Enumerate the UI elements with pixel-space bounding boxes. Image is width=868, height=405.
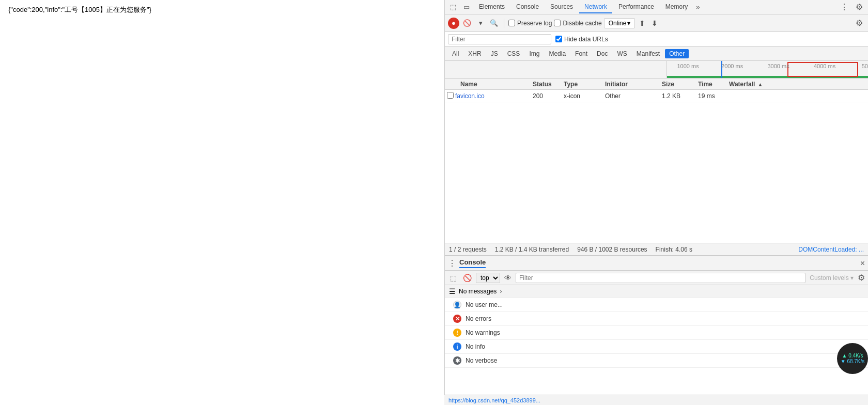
separator-1 bbox=[504, 19, 504, 28]
search-button[interactable]: 🔍 bbox=[488, 18, 500, 29]
timeline-mark-2000: 2000 ms bbox=[721, 63, 743, 69]
col-header-name[interactable]: Name bbox=[445, 81, 533, 88]
hide-data-urls-checkbox[interactable] bbox=[555, 36, 562, 42]
speed-widget: ▲ 0.4K/s ▼ 68.7K/s bbox=[837, 343, 868, 374]
timeline-header: 1000 ms 2000 ms 3000 ms 4000 ms 50 bbox=[445, 61, 868, 79]
export-icon[interactable]: ⬇ bbox=[649, 18, 660, 28]
col-header-initiator[interactable]: Initiator bbox=[605, 81, 662, 88]
console-message-verbose[interactable]: ✱ No verbose bbox=[445, 354, 868, 368]
filter-button[interactable]: ▾ bbox=[475, 18, 486, 29]
group-label: No messages bbox=[459, 288, 497, 295]
msg-text-error: No errors bbox=[466, 315, 491, 322]
console-panel: ⋮ Console × ⬚ 🚫 top 👁 Custom levels ▾ ⚙ bbox=[445, 255, 868, 405]
type-btn-media[interactable]: Media bbox=[545, 49, 570, 58]
row-initiator: Other bbox=[605, 92, 662, 100]
network-settings-icon[interactable]: ⚙ bbox=[854, 17, 865, 29]
tab-console[interactable]: Console bbox=[511, 1, 544, 13]
status-finish: Finish: 4.06 s bbox=[656, 246, 692, 253]
table-header: Name Status Type Initiator Size Time Wat… bbox=[445, 79, 868, 90]
disable-cache-label[interactable]: Disable cache bbox=[554, 20, 601, 27]
more-tabs-icon[interactable]: » bbox=[694, 1, 702, 13]
console-menu-dots[interactable]: ⋮ bbox=[448, 258, 456, 268]
disable-cache-checkbox[interactable] bbox=[554, 20, 561, 26]
console-close-button[interactable]: × bbox=[860, 259, 865, 268]
console-message-info[interactable]: i No info bbox=[445, 340, 868, 354]
user-icon: 👤 bbox=[453, 301, 461, 309]
type-btn-img[interactable]: Img bbox=[525, 49, 544, 58]
row-time: 19 ms bbox=[698, 92, 729, 100]
type-btn-css[interactable]: CSS bbox=[503, 49, 524, 58]
console-clear-icon[interactable]: 🚫 bbox=[461, 273, 474, 283]
col-header-status[interactable]: Status bbox=[533, 81, 564, 88]
type-btn-doc[interactable]: Doc bbox=[593, 49, 612, 58]
table-row[interactable]: favicon.ico 200 x-icon Other 1.2 KB 19 m… bbox=[445, 90, 868, 102]
url-bar: https://blog.csdn.net/qq_452d3899... bbox=[444, 395, 868, 405]
clear-button[interactable]: 🚫 bbox=[461, 18, 473, 29]
device-icon[interactable]: ▭ bbox=[460, 1, 473, 13]
type-btn-all[interactable]: All bbox=[448, 49, 463, 58]
msg-text-verbose: No verbose bbox=[466, 357, 497, 364]
console-group-header[interactable]: ☰ No messages › bbox=[445, 285, 868, 298]
row-checkbox[interactable] bbox=[447, 92, 454, 99]
console-eye-icon[interactable]: 👁 bbox=[502, 273, 514, 283]
warning-icon: ! bbox=[453, 329, 461, 337]
filter-input[interactable] bbox=[448, 34, 551, 44]
type-btn-js[interactable]: JS bbox=[487, 49, 502, 58]
dropdown-arrow-icon: ▾ bbox=[627, 20, 630, 27]
console-custom-levels[interactable]: Custom levels ▾ bbox=[808, 274, 856, 282]
console-title[interactable]: Console bbox=[459, 258, 486, 268]
preserve-log-label[interactable]: Preserve log bbox=[508, 20, 552, 27]
timeline-mark-1000: 1000 ms bbox=[677, 63, 699, 69]
tab-sources[interactable]: Sources bbox=[545, 1, 578, 13]
timeline-mark-4000: 4000 ms bbox=[814, 63, 835, 69]
record-button[interactable]: ● bbox=[448, 18, 459, 29]
type-btn-xhr[interactable]: XHR bbox=[464, 49, 485, 58]
devtools-panel: ⬚ ▭ Elements Console Sources Network Per… bbox=[444, 0, 868, 405]
network-toolbar: ● 🚫 ▾ 🔍 Preserve log Disable cache Onlin… bbox=[445, 14, 868, 32]
devtools-settings-dots[interactable]: ⋮ bbox=[837, 0, 851, 14]
console-context-select[interactable]: top bbox=[476, 273, 500, 283]
timeline-mark-50: 50 bbox=[862, 63, 868, 69]
row-checkbox-area bbox=[445, 92, 455, 100]
network-table: favicon.ico 200 x-icon Other 1.2 KB 19 m… bbox=[445, 90, 868, 243]
console-filter-input[interactable] bbox=[516, 273, 805, 283]
import-icon[interactable]: ⬆ bbox=[637, 18, 647, 28]
console-sidebar-icon[interactable]: ⬚ bbox=[448, 273, 459, 283]
type-btn-other[interactable]: Other bbox=[665, 49, 689, 58]
info-icon: i bbox=[453, 342, 461, 351]
status-dom-content-loaded: DOMContentLoaded: ... bbox=[798, 246, 864, 253]
devtools-settings-icon[interactable]: ⚙ bbox=[853, 0, 866, 14]
filter-bar: Hide data URLs bbox=[445, 32, 868, 46]
error-icon: ✕ bbox=[453, 315, 461, 323]
tab-elements[interactable]: Elements bbox=[474, 1, 510, 13]
msg-text-user: No user me... bbox=[466, 301, 503, 308]
inspect-icon[interactable]: ⬚ bbox=[447, 1, 459, 13]
throttle-dropdown[interactable]: Online ▾ bbox=[604, 18, 636, 28]
col-header-waterfall[interactable]: Waterfall ▲ bbox=[729, 81, 868, 88]
tab-performance[interactable]: Performance bbox=[613, 1, 659, 13]
console-message-user[interactable]: 👤 No user me... bbox=[445, 298, 868, 312]
console-toolbar: ⬚ 🚫 top 👁 Custom levels ▾ ⚙ bbox=[445, 271, 868, 285]
console-settings-icon[interactable]: ⚙ bbox=[858, 273, 865, 283]
row-type: x-icon bbox=[564, 92, 605, 100]
status-resources: 946 B / 1002 B resources bbox=[577, 246, 647, 253]
type-btn-font[interactable]: Font bbox=[571, 49, 592, 58]
console-message-error[interactable]: ✕ No errors bbox=[445, 312, 868, 326]
console-messages: ☰ No messages › 👤 No user me... ✕ No err… bbox=[445, 285, 868, 405]
col-header-type[interactable]: Type bbox=[564, 81, 605, 88]
col-header-size[interactable]: Size bbox=[662, 81, 698, 88]
group-icon: ☰ bbox=[449, 287, 456, 295]
col-header-time[interactable]: Time bbox=[698, 81, 729, 88]
type-filter-bar: All XHR JS CSS Img Media Font Doc WS Man… bbox=[445, 46, 868, 61]
row-name[interactable]: favicon.ico bbox=[455, 92, 533, 100]
json-response: {"code":200,"info":"工号【1005】正在为您服务"} bbox=[8, 6, 151, 13]
devtools-tab-bar: ⬚ ▭ Elements Console Sources Network Per… bbox=[445, 0, 868, 14]
tab-network[interactable]: Network bbox=[579, 1, 612, 13]
timeline-left-spacer bbox=[445, 61, 667, 78]
console-message-warning[interactable]: ! No warnings bbox=[445, 326, 868, 340]
hide-data-urls-label[interactable]: Hide data URLs bbox=[555, 36, 608, 43]
preserve-log-checkbox[interactable] bbox=[508, 20, 515, 26]
type-btn-ws[interactable]: WS bbox=[613, 49, 631, 58]
tab-memory[interactable]: Memory bbox=[660, 1, 693, 13]
type-btn-manifest[interactable]: Manifest bbox=[632, 49, 664, 58]
